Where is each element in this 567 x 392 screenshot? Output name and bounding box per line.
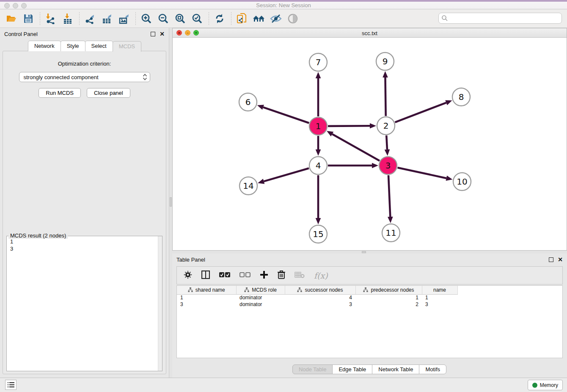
tab-motifs[interactable]: Motifs [419, 364, 446, 374]
show-graphics-toggle-icon[interactable] [286, 12, 299, 25]
zoom-out-icon[interactable] [157, 12, 170, 25]
column-header-0[interactable]: shared name [177, 286, 236, 294]
splitter-grip[interactable] [362, 251, 366, 253]
column-label: predecessor nodes [371, 287, 414, 293]
splitter-grip[interactable] [170, 197, 172, 207]
node-label: 8 [459, 92, 464, 102]
open-folder-icon[interactable] [5, 12, 18, 25]
tab-node-table[interactable]: Node Table [292, 364, 333, 374]
import-network-icon[interactable] [44, 12, 57, 25]
mcds-result-text[interactable]: 1 3 [7, 236, 162, 371]
graph-edge-1-6[interactable] [263, 107, 309, 123]
export-table-icon[interactable] [101, 12, 113, 25]
delete-column-icon[interactable] [278, 271, 285, 280]
zoom-fit-icon[interactable] [174, 12, 187, 25]
horizontal-splitter[interactable] [172, 251, 567, 254]
table-row[interactable]: 1dominator411 [177, 294, 457, 301]
status-bar: Memory [0, 378, 567, 392]
memory-status-icon [532, 383, 537, 388]
table-cell[interactable]: dominator [236, 301, 285, 308]
hide-graphics-icon[interactable] [270, 12, 282, 25]
graph-edge-1-2[interactable] [328, 126, 370, 126]
table-cell[interactable]: 1 [355, 294, 422, 301]
function-builder-icon[interactable]: f(x) [314, 271, 328, 280]
edge-arrowhead [372, 163, 378, 168]
run-mcds-button[interactable]: Run MCDS [39, 88, 81, 98]
column-type-icon [363, 287, 368, 292]
float-panel-icon[interactable] [549, 257, 553, 262]
control-panel: Control Panel ✕ Network Style Select MCD… [0, 28, 169, 378]
table-cell[interactable]: 3 [177, 301, 236, 308]
table-cell[interactable]: 1 [422, 294, 457, 301]
tab-mcds[interactable]: MCDS [113, 41, 141, 52]
column-header-1[interactable]: MCDS role [236, 286, 285, 294]
column-label: successor nodes [305, 287, 343, 293]
delete-table-icon[interactable] [295, 271, 305, 279]
vertical-splitter[interactable] [169, 28, 172, 378]
mcds-tab-panel: Optimization criterion: strongly connect… [3, 51, 166, 374]
unselect-all-icon[interactable] [239, 272, 250, 279]
optimization-criterion-select[interactable]: strongly connected component [19, 72, 150, 82]
graph-edge-2-9[interactable] [385, 77, 386, 116]
node-label: 4 [316, 160, 321, 171]
search-icon [441, 15, 448, 22]
graph-edge-3-1[interactable] [332, 134, 380, 161]
table-cell[interactable]: 3 [285, 301, 355, 308]
control-panel-header: Control Panel ✕ [0, 28, 169, 40]
tab-network[interactable]: Network [28, 41, 61, 51]
split-columns-icon[interactable] [201, 271, 210, 280]
gear-icon[interactable] [184, 271, 192, 280]
memory-label: Memory [540, 382, 558, 388]
refresh-icon[interactable] [213, 12, 226, 25]
column-header-2[interactable]: successor nodes [285, 286, 355, 294]
table-cell[interactable]: dominator [236, 294, 285, 301]
column-header-3[interactable]: predecessor nodes [355, 286, 422, 294]
graph-edge-3-11[interactable] [388, 175, 390, 217]
node-table[interactable]: shared nameMCDS rolesuccessor nodesprede… [177, 286, 458, 308]
tab-network-table[interactable]: Network Table [372, 364, 419, 374]
table-cell[interactable]: 4 [285, 294, 355, 301]
table-toolbar: f(x) [176, 266, 563, 284]
zoom-in-icon[interactable] [140, 12, 153, 25]
network-window-titlebar[interactable]: ✕ − + scc.txt [173, 28, 567, 38]
table-row[interactable]: 3dominator323 [177, 301, 457, 308]
tab-style[interactable]: Style [61, 41, 85, 51]
node-label: 3 [385, 160, 391, 171]
network-window-title: scc.txt [173, 30, 567, 36]
result-scrollbar[interactable] [158, 236, 162, 371]
zoom-selected-icon[interactable] [191, 12, 204, 25]
table-tabs: Node Table Edge Table Network Table Moti… [172, 364, 567, 374]
close-panel-button[interactable]: Close panel [87, 88, 130, 98]
graph-edge-3-10[interactable] [397, 168, 446, 178]
import-table-icon[interactable] [61, 12, 74, 25]
table-cell[interactable]: 1 [177, 294, 236, 301]
mcds-result-box: MCDS result (2 nodes) 1 3 [6, 236, 162, 371]
node-label: 14 [243, 181, 253, 191]
float-panel-icon[interactable] [151, 32, 155, 36]
search-input[interactable] [448, 14, 561, 23]
task-history-button[interactable] [5, 380, 17, 390]
home-layout-icon[interactable] [253, 12, 265, 25]
save-icon[interactable] [22, 12, 35, 25]
graph-edge-2-8[interactable] [395, 103, 446, 122]
tab-edge-table[interactable]: Edge Table [332, 364, 372, 374]
add-column-icon[interactable] [260, 271, 268, 280]
network-canvas[interactable]: 7968124314101511 [173, 38, 567, 250]
memory-button[interactable]: Memory [528, 380, 563, 390]
select-all-icon[interactable] [219, 272, 230, 279]
export-image-icon[interactable] [118, 12, 130, 25]
tab-select[interactable]: Select [85, 41, 113, 51]
edge-arrowhead [385, 149, 390, 156]
optimization-criterion-label: Optimization criterion: [58, 61, 111, 67]
close-panel-icon[interactable]: ✕ [160, 32, 165, 36]
clone-network-icon[interactable] [236, 12, 248, 25]
export-network-icon[interactable] [84, 12, 96, 25]
column-header-4[interactable]: name [422, 286, 457, 294]
graph-edge-2-3[interactable] [386, 135, 387, 149]
close-panel-icon[interactable]: ✕ [558, 257, 563, 262]
search-box[interactable] [438, 13, 562, 24]
column-label: shared name [195, 287, 225, 293]
table-cell[interactable]: 3 [422, 301, 457, 308]
table-cell[interactable]: 2 [355, 301, 422, 308]
graph-edge-4-14[interactable] [264, 168, 308, 181]
